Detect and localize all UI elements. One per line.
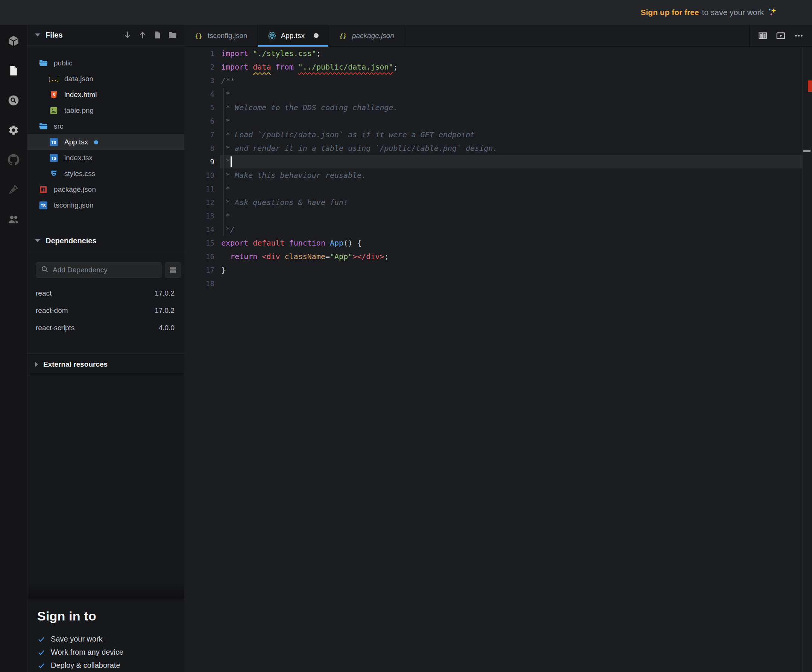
line-number: 3: [184, 76, 214, 85]
json-braces-icon: {}: [194, 31, 203, 40]
line-content: import data from "../public/data.json";: [214, 62, 398, 72]
sandbox-cube-icon[interactable]: [7, 35, 20, 47]
tree-item-styles-css[interactable]: styles.css: [27, 166, 184, 182]
code-line-12[interactable]: 12 * Ask questions & have fun!: [184, 196, 802, 209]
tree-item-index-html[interactable]: 5index.html: [27, 87, 184, 103]
upload-icon[interactable]: [138, 30, 147, 40]
tree-item-App-tsx[interactable]: TSApp.tsx: [27, 134, 184, 150]
tree-item-label: index.tsx: [64, 154, 92, 162]
dependency-name: react-dom: [36, 307, 68, 315]
code-line-17[interactable]: 17}: [184, 263, 802, 277]
code-line-9[interactable]: 9 *: [184, 155, 802, 169]
search-icon[interactable]: [7, 94, 20, 106]
file-tree: public{..}data.json5index.htmltable.pngs…: [27, 46, 184, 213]
deployment-rocket-icon[interactable]: [7, 184, 20, 196]
live-collaboration-icon[interactable]: [7, 213, 20, 225]
line-content: *: [214, 184, 230, 193]
tree-item-table-png[interactable]: table.png: [27, 103, 184, 118]
file-explorer-icon[interactable]: [7, 65, 20, 77]
code-line-16[interactable]: 16 return <div className="App"></div>;: [184, 250, 802, 263]
settings-gear-icon[interactable]: [7, 124, 20, 136]
open-preview-icon[interactable]: [776, 31, 786, 41]
svg-text:TS: TS: [51, 157, 56, 160]
external-resources-header[interactable]: External resources: [27, 353, 184, 375]
add-dependency-input[interactable]: [53, 266, 157, 274]
tree-item-public[interactable]: public: [27, 55, 184, 71]
indent-guide: [223, 88, 224, 236]
github-icon[interactable]: [7, 154, 20, 166]
tree-item-label: App.tsx: [64, 138, 88, 146]
benefit-label: Work from any device: [51, 648, 123, 657]
dependency-version: 4.0.0: [159, 324, 174, 332]
svg-text:TS: TS: [51, 141, 56, 145]
dependency-menu-button[interactable]: [165, 262, 181, 278]
editor-actions: [749, 25, 812, 46]
new-folder-icon[interactable]: [168, 30, 177, 40]
code-line-10[interactable]: 10 * Make this behaviour reusable.: [184, 169, 802, 182]
ts-file-icon: TS: [49, 138, 58, 147]
benefit-item: Deploy & collaborate: [37, 659, 177, 672]
sidebar: Files public{..}data.json5index.htmltabl…: [27, 25, 184, 672]
tree-item-data-json[interactable]: {..}data.json: [27, 71, 184, 87]
dependency-search-row: [27, 251, 184, 278]
tree-item-label: public: [54, 59, 73, 67]
css-file-icon: [49, 169, 58, 178]
code-line-2[interactable]: 2import data from "../public/data.json";: [184, 60, 802, 74]
code-line-3[interactable]: 3/**: [184, 74, 802, 87]
code-line-8[interactable]: 8 * and render it in a table using `/pub…: [184, 142, 802, 155]
tab-label: App.tsx: [281, 32, 305, 40]
code-line-14[interactable]: 14 */: [184, 223, 802, 236]
code-line-1[interactable]: 1import "./styles.css";: [184, 47, 802, 60]
line-content: import "./styles.css";: [214, 49, 321, 58]
tabs: {}tsconfig.jsonApp.tsx{}package.json: [184, 25, 404, 46]
download-icon[interactable]: [123, 30, 132, 40]
more-actions-icon[interactable]: [794, 31, 804, 41]
error-marker: [808, 80, 812, 92]
dependency-react-dom[interactable]: react-dom17.0.2: [27, 302, 184, 319]
code-line-7[interactable]: 7 * Load `/public/data.json` as if it we…: [184, 128, 802, 142]
line-content: *: [214, 89, 230, 99]
tree-item-label: tsconfig.json: [54, 201, 94, 210]
code-line-15[interactable]: 15export default function App() {: [184, 236, 802, 250]
code-line-13[interactable]: 13 *: [184, 209, 802, 223]
line-number: 4: [184, 90, 214, 98]
dependencies-section-header[interactable]: Dependencies: [27, 230, 184, 251]
tree-item-tsconfig-json[interactable]: TStsconfig.json: [27, 198, 184, 213]
line-number: 13: [184, 212, 214, 220]
line-number: 10: [184, 171, 214, 179]
tab-tsconfig-json[interactable]: {}tsconfig.json: [184, 25, 258, 46]
tree-item-index-tsx[interactable]: TSindex.tsx: [27, 150, 184, 166]
tree-item-package-json[interactable]: package.json: [27, 182, 184, 198]
tab-label: tsconfig.json: [208, 32, 247, 40]
line-number: 15: [184, 239, 214, 247]
sign-up-link[interactable]: Sign up for free: [640, 8, 699, 17]
tree-item-src[interactable]: src: [27, 118, 184, 134]
overview-ruler[interactable]: [802, 47, 812, 672]
code-line-18[interactable]: 18: [184, 277, 802, 290]
chevron-down-icon: [35, 34, 40, 36]
add-dependency-field[interactable]: [36, 262, 162, 278]
dependencies-title: Dependencies: [46, 237, 97, 245]
new-file-icon[interactable]: [153, 30, 162, 40]
code-line-11[interactable]: 11 *: [184, 182, 802, 196]
line-content: }: [214, 266, 226, 275]
tab-App-tsx[interactable]: App.tsx: [258, 25, 329, 46]
code-line-6[interactable]: 6 *: [184, 114, 802, 128]
code-line-5[interactable]: 5 * Welcome to the DDS coding challenge.: [184, 101, 802, 114]
folder-file-icon: [39, 122, 48, 131]
dependency-react-scripts[interactable]: react-scripts4.0.0: [27, 319, 184, 336]
svg-text:TS: TS: [41, 204, 46, 208]
unsaved-dot: [314, 33, 319, 38]
line-content: *: [214, 116, 230, 126]
tab-package-json[interactable]: {}package.json: [329, 25, 404, 46]
sign-in-benefits: Save your workWork from any deviceDeploy…: [37, 633, 177, 672]
files-section-header[interactable]: Files: [27, 25, 184, 46]
sidebar-scroll-shadow: [27, 582, 184, 599]
code-lines: 1import "./styles.css";2import data from…: [184, 47, 802, 290]
dependency-react[interactable]: react17.0.2: [27, 285, 184, 302]
json-braces-icon: {}: [338, 31, 348, 40]
line-content: * Ask questions & have fun!: [214, 198, 348, 207]
code-line-4[interactable]: 4 *: [184, 87, 802, 101]
split-view-icon[interactable]: [758, 31, 768, 41]
code-editor[interactable]: 1import "./styles.css";2import data from…: [184, 47, 812, 672]
